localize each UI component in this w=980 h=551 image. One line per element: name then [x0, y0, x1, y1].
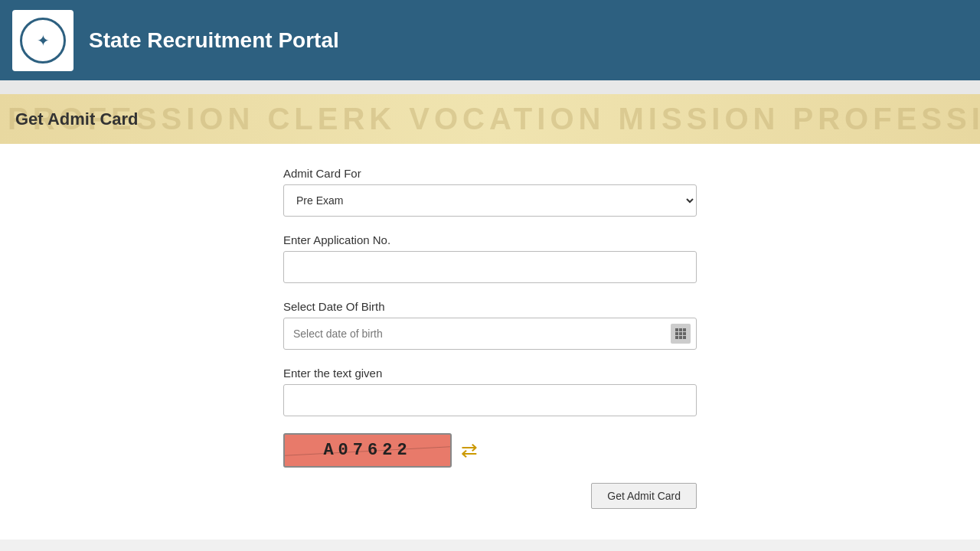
dob-label: Select Date Of Birth — [283, 300, 697, 313]
page-banner: PROFESSION CLERK VOCATION MISSION PROFES… — [0, 94, 980, 144]
admit-card-for-select[interactable]: Pre Exam Main Exam — [283, 184, 697, 217]
logo-box — [12, 10, 74, 71]
captcha-text-group: Enter the text given — [283, 367, 697, 416]
logo-icon — [20, 18, 66, 64]
application-no-label: Enter Application No. — [283, 233, 697, 246]
site-header: State Recruitment Portal — [0, 0, 980, 80]
banner-background-text: PROFESSION CLERK VOCATION MISSION PROFES… — [0, 94, 980, 144]
dob-input[interactable] — [283, 318, 697, 350]
site-title: State Recruitment Portal — [89, 28, 339, 53]
submit-row: Get Admit Card — [283, 483, 697, 509]
dob-input-wrapper — [283, 318, 697, 350]
admit-card-form: Admit Card For Pre Exam Main Exam Enter … — [283, 167, 697, 509]
application-no-input[interactable] — [283, 251, 697, 283]
page-title: Get Admit Card — [15, 109, 139, 129]
admit-card-for-group: Admit Card For Pre Exam Main Exam — [283, 167, 697, 217]
get-admit-card-button[interactable]: Get Admit Card — [591, 483, 697, 509]
application-no-group: Enter Application No. — [283, 233, 697, 283]
calendar-icon[interactable] — [671, 324, 691, 344]
captcha-row: A07622 ⇄ — [283, 433, 697, 468]
dob-group: Select Date Of Birth — [283, 300, 697, 350]
admit-card-for-label: Admit Card For — [283, 167, 697, 180]
captcha-input[interactable] — [283, 384, 697, 416]
main-content: Admit Card For Pre Exam Main Exam Enter … — [0, 144, 980, 540]
refresh-captcha-icon[interactable]: ⇄ — [461, 439, 478, 462]
captcha-image: A07622 — [283, 433, 452, 468]
subheader-strip — [0, 80, 980, 94]
captcha-label: Enter the text given — [283, 367, 697, 380]
calendar-grid — [675, 328, 686, 339]
